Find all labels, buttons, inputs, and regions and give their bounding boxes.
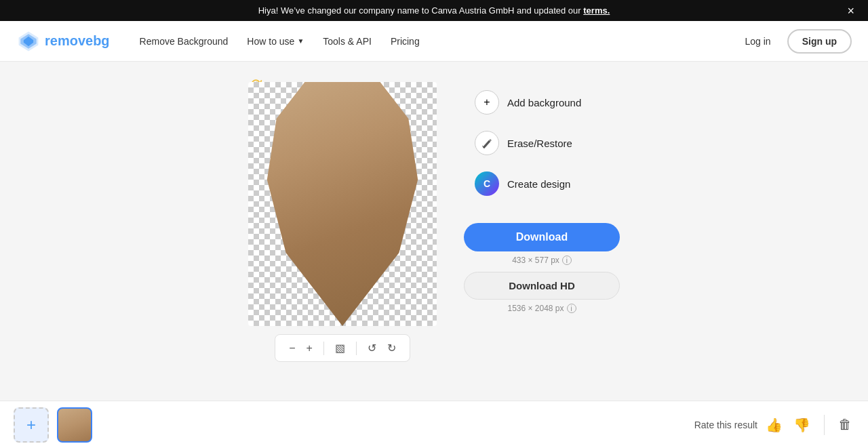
download-hd-button[interactable]: Download HD [464, 272, 620, 300]
result-image [248, 82, 437, 326]
logo-remove: remove [45, 33, 93, 48]
zoom-in-button[interactable]: + [301, 340, 318, 357]
download-button[interactable]: Download [464, 223, 620, 251]
delete-icon: 🗑 [838, 417, 852, 432]
redo-button[interactable]: ↻ [382, 339, 401, 357]
create-design-icon: C [475, 171, 499, 196]
nav-how-to-use-label: How to use [247, 36, 294, 47]
banner-close-button[interactable]: × [847, 5, 854, 17]
download-info-icon[interactable]: i [562, 256, 572, 265]
add-image-icon: + [26, 415, 36, 434]
nav-how-to-use[interactable]: How to use ▼ [239, 30, 312, 52]
download-size-label: 433 × 577 px [512, 256, 559, 265]
image-thumbnail[interactable] [57, 407, 92, 443]
erase-restore-svg [481, 137, 493, 149]
action-erase-restore[interactable]: Erase/Restore [464, 123, 620, 163]
thumbs-up-button[interactable]: 👍 [763, 414, 785, 436]
signup-button[interactable]: Sign up [787, 29, 852, 54]
banner-text: Hiya! We’ve changed our company name to … [258, 5, 610, 16]
download-hd-info-icon[interactable]: i [567, 304, 576, 313]
announcement-banner: Hiya! We’ve changed our company name to … [0, 0, 868, 21]
logo-text: removebg [45, 33, 110, 49]
person-image [248, 82, 437, 326]
rate-label: Rate this result [694, 420, 757, 430]
nav-tools-api[interactable]: Tools & API [315, 30, 380, 52]
chevron-down-icon: ▼ [297, 37, 304, 45]
thumbs-down-button[interactable]: 👎 [791, 414, 813, 436]
controls-divider-2 [356, 342, 357, 355]
nav-actions: Log in Sign up [737, 29, 852, 54]
download-hd-size-info: 1536 × 2048 px i [464, 304, 620, 313]
logo-bg: bg [93, 33, 109, 48]
logo[interactable]: removebg [16, 29, 110, 54]
download-hd-size-label: 1536 × 2048 px [507, 304, 564, 313]
thumbs-down-icon: 👎 [793, 418, 810, 432]
action-add-background[interactable]: + Add background [464, 82, 620, 123]
compare-button[interactable]: ▧ [330, 339, 351, 357]
nav-pricing[interactable]: Pricing [382, 30, 428, 52]
erase-restore-label: Erase/Restore [507, 138, 572, 149]
download-size-info: 433 × 577 px i [464, 256, 620, 265]
add-background-label: Add background [507, 97, 581, 108]
sidebar: + Add background Erase/Restore C Create … [464, 82, 620, 313]
rate-divider [824, 415, 825, 435]
add-background-icon: + [475, 90, 499, 115]
image-controls: − + ▧ ↺ ↻ [275, 334, 410, 362]
controls-divider-1 [323, 342, 324, 355]
erase-restore-icon [475, 131, 499, 155]
nav-links: Remove Background How to use ▼ Tools & A… [132, 30, 737, 52]
bottom-bar: + Rate this result 👍 👎 🗑 [0, 401, 868, 448]
nav-remove-background[interactable]: Remove Background [132, 30, 237, 52]
banner-text-before: Hiya! We’ve changed our company name to … [258, 5, 584, 16]
thumbs-up-icon: 👍 [766, 418, 783, 432]
navbar: removebg Remove Background How to use ▼ … [0, 21, 868, 62]
create-design-label: Create design [507, 178, 570, 190]
rate-section: Rate this result 👍 👎 🗑 [694, 414, 854, 436]
main-content: ⟳ − + ▧ ↺ ↻ + Add background [0, 62, 868, 442]
undo-button[interactable]: ↺ [362, 339, 382, 357]
login-button[interactable]: Log in [737, 30, 779, 52]
logo-icon [16, 29, 41, 54]
banner-terms-link[interactable]: terms. [583, 5, 610, 16]
add-image-button[interactable]: + [14, 407, 49, 443]
actions-divider [464, 204, 620, 218]
action-create-design[interactable]: C Create design [464, 163, 620, 204]
delete-button[interactable]: 🗑 [835, 414, 854, 435]
zoom-out-button[interactable]: − [283, 340, 300, 357]
image-panel: − + ▧ ↺ ↻ [248, 82, 437, 362]
